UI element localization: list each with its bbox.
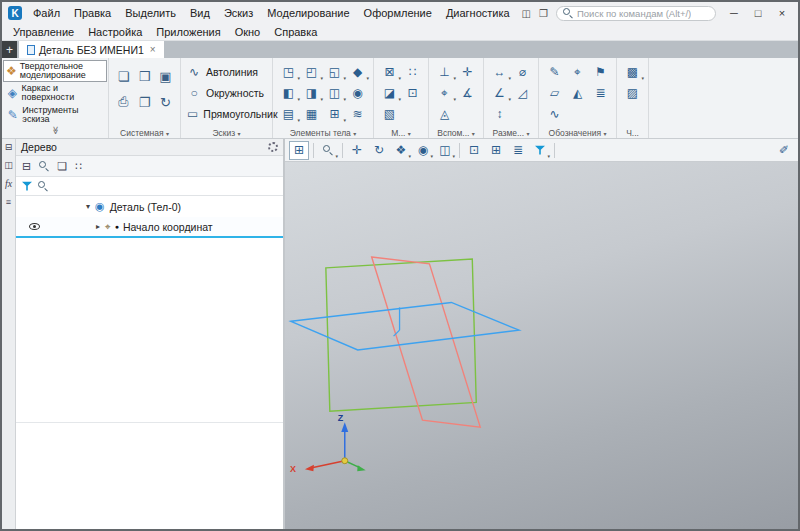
tool-icon[interactable]: ⊡ (401, 82, 424, 103)
tree-structure-icon[interactable]: ⊟ (22, 160, 31, 173)
plane-front-green[interactable] (326, 259, 476, 411)
grid-icon[interactable]: ⊞ (486, 141, 506, 160)
tree-filter-bar[interactable] (16, 177, 283, 196)
eye-icon[interactable] (29, 223, 40, 230)
tool-icon[interactable]: ⊥▾ (433, 61, 456, 82)
menu-item[interactable]: Настройка (81, 24, 149, 40)
tool-icon[interactable]: ▩▾ (621, 61, 644, 82)
zoom-icon[interactable]: ▾ (318, 141, 338, 160)
rectangle-tool[interactable]: ▭Прямоугольник (185, 103, 268, 124)
probe-icon[interactable]: ✐ (774, 141, 794, 160)
new-tab-button[interactable]: + (2, 41, 17, 58)
tree-search-icon[interactable] (39, 161, 49, 171)
tool-section-label[interactable]: Ч... (617, 128, 648, 138)
tool-icon[interactable]: ◪▾ (378, 82, 401, 103)
tool-icon[interactable]: ▱ (543, 82, 566, 103)
mode-solid-modeling[interactable]: ❖Твердотельное моделирование (3, 60, 107, 82)
display-style-icon[interactable]: ◉▾ (413, 141, 433, 160)
circle-tool[interactable]: ○Окружность (185, 82, 268, 103)
sketch-panel-label[interactable]: Эскиз ▾ (181, 128, 272, 138)
parameters-strip-icon[interactable]: ◫ (4, 161, 13, 170)
menu-item[interactable]: Диагностика (439, 5, 517, 21)
menu-item[interactable]: Файл (26, 5, 67, 21)
tree-relations-icon[interactable]: ∷ (75, 160, 82, 173)
tool-icon[interactable]: ▧ (378, 103, 401, 124)
app-logo[interactable]: K (8, 6, 22, 20)
new-document-icon[interactable]: ❏ (113, 63, 134, 89)
print-icon[interactable]: ⎙ (113, 89, 134, 115)
expander-icon[interactable]: ▾ (86, 202, 90, 211)
tool-icon[interactable]: ⌖▾ (433, 82, 456, 103)
menu-item[interactable]: Правка (67, 5, 118, 21)
collapse-chevron-icon[interactable]: ≫ (3, 126, 107, 135)
variables-strip-icon[interactable]: fx (5, 179, 12, 189)
tool-icon[interactable]: ↕ (488, 103, 511, 124)
tool-section-label[interactable]: Разме... ▾ (484, 128, 538, 138)
minimize-button[interactable]: ─ (722, 5, 746, 21)
filter-funnel-icon[interactable] (22, 181, 32, 191)
tree-item-origin[interactable]: ▸ ⌖ ● Начало координат (16, 217, 283, 238)
tool-icon[interactable]: ◫▾ (323, 82, 346, 103)
save-icon[interactable]: ▣ (155, 63, 176, 89)
filter-icon[interactable]: ▾ (530, 141, 550, 160)
tool-icon[interactable]: ∿ (543, 103, 566, 124)
tool-icon[interactable]: ⌀ (511, 61, 534, 82)
close-button[interactable]: × (770, 5, 794, 21)
tool-icon[interactable]: ≋ (346, 103, 369, 124)
mode-sketch-tools[interactable]: ✎Инструменты эскиза (3, 104, 107, 126)
tool-icon[interactable]: ◧▾ (277, 82, 300, 103)
menu-item[interactable]: Эскиз (217, 5, 260, 21)
3d-scene[interactable]: X Z (285, 162, 798, 529)
refresh-icon[interactable]: ↻ (155, 89, 176, 115)
layout-panels-icon[interactable]: ◫ (520, 8, 533, 19)
filter-search-icon[interactable] (38, 181, 48, 191)
tool-icon[interactable]: ◨▾ (300, 82, 323, 103)
pan-icon[interactable]: ✛ (347, 141, 367, 160)
main-menu-strip-icon[interactable]: ≡ (6, 198, 11, 207)
tool-icon[interactable]: ◳▾ (277, 61, 300, 82)
maximize-button[interactable]: □ (746, 5, 770, 21)
tool-icon[interactable]: ∠▾ (488, 82, 511, 103)
tree-strip-icon[interactable]: ⊟ (5, 143, 13, 152)
tool-icon[interactable]: ⊞▾ (323, 103, 346, 124)
tree-composition-icon[interactable]: ❏ (57, 160, 67, 173)
tool-icon[interactable]: ⊠▾ (378, 61, 401, 82)
tool-icon[interactable]: ◬ (433, 103, 456, 124)
clip-view-icon[interactable]: ◫▾ (435, 141, 455, 160)
menu-item[interactable]: Выделить (118, 5, 183, 21)
list-icon[interactable]: ≣ (508, 141, 528, 160)
show-planes-icon[interactable]: ⊞ (289, 141, 309, 160)
tool-icon[interactable]: ◆▾ (346, 61, 369, 82)
menu-item[interactable]: Справка (267, 24, 324, 40)
orbit-icon[interactable]: ↻ (369, 141, 389, 160)
tool-icon[interactable]: ⌖ (566, 61, 589, 82)
preview-icon[interactable]: ❐ (134, 89, 155, 115)
tool-icon[interactable]: ∡ (456, 82, 479, 103)
tool-icon[interactable]: ⚑ (589, 61, 612, 82)
plane-top-blue[interactable] (291, 302, 519, 349)
view-orientation-icon[interactable]: ❖▾ (391, 141, 411, 160)
open-document-icon[interactable]: ❒ (134, 63, 155, 89)
tool-icon[interactable]: ▦ (300, 103, 323, 124)
tool-icon[interactable]: ▤▾ (277, 103, 300, 124)
new-window-icon[interactable]: ⊡ (464, 141, 484, 160)
tool-section-label[interactable]: М... ▾ (374, 128, 428, 138)
menu-item[interactable]: Оформление (357, 5, 439, 21)
tool-icon[interactable]: ▨ (621, 82, 644, 103)
tool-section-label[interactable]: Элементы тела ▾ (273, 128, 373, 138)
tool-icon[interactable]: ◱▾ (323, 61, 346, 82)
tool-icon[interactable]: ◿ (511, 82, 534, 103)
mode-wireframe-surfaces[interactable]: ◈Каркас и поверхности (3, 82, 107, 104)
menu-item[interactable]: Окно (228, 24, 268, 40)
tool-icon[interactable]: ◰▾ (300, 61, 323, 82)
document-tab[interactable]: Деталь БЕЗ ИМЕНИ1 × (19, 41, 164, 58)
tool-icon[interactable]: ✛ (456, 61, 479, 82)
tool-section-label[interactable]: Обозначения ▾ (539, 128, 616, 138)
tool-icon[interactable]: ∷ (401, 61, 424, 82)
tool-icon[interactable]: ◭ (566, 82, 589, 103)
expander-icon[interactable]: ▸ (96, 222, 100, 231)
tool-icon[interactable]: ◉ (346, 82, 369, 103)
menu-item[interactable]: Моделирование (260, 5, 356, 21)
menu-item[interactable]: Приложения (149, 24, 227, 40)
tool-section-label[interactable]: Вспом... ▾ (429, 128, 483, 138)
